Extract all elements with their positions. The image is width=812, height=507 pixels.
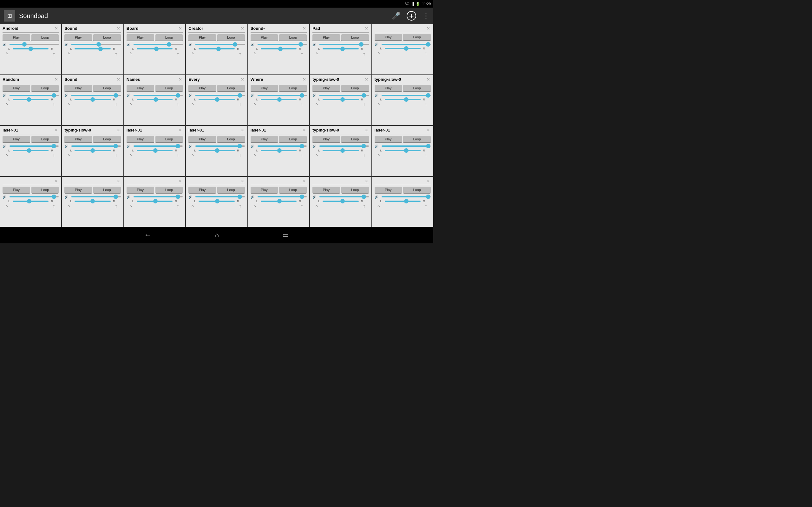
link-icon[interactable]: ↗ bbox=[423, 51, 429, 57]
link-icon[interactable]: ↗ bbox=[175, 204, 181, 209]
pan-thumb[interactable] bbox=[90, 199, 95, 204]
volume-thumb[interactable] bbox=[359, 42, 363, 47]
play-button[interactable]: Play bbox=[189, 34, 216, 41]
collapse-icon[interactable]: ^ bbox=[130, 204, 132, 209]
link-icon[interactable]: ↗ bbox=[113, 51, 119, 57]
volume-thumb[interactable] bbox=[426, 144, 430, 148]
play-button[interactable]: Play bbox=[189, 85, 216, 92]
volume-track[interactable] bbox=[71, 44, 120, 45]
pan-thumb[interactable] bbox=[27, 199, 32, 204]
loop-button[interactable]: Loop bbox=[217, 34, 245, 41]
pan-thumb[interactable] bbox=[404, 46, 409, 51]
pan-track[interactable] bbox=[322, 201, 358, 202]
volume-thumb[interactable] bbox=[362, 194, 366, 199]
close-button[interactable]: ✕ bbox=[426, 179, 431, 183]
pan-track[interactable] bbox=[385, 201, 420, 202]
play-button[interactable]: Play bbox=[312, 187, 340, 193]
close-button[interactable]: ✕ bbox=[426, 26, 431, 31]
link-icon[interactable]: ↗ bbox=[51, 153, 57, 158]
loop-button[interactable]: Loop bbox=[341, 136, 369, 143]
loop-button[interactable]: Loop bbox=[217, 136, 245, 143]
volume-thumb[interactable] bbox=[362, 144, 366, 148]
pan-thumb[interactable] bbox=[277, 148, 282, 153]
volume-track[interactable] bbox=[319, 95, 368, 96]
volume-thumb[interactable] bbox=[113, 144, 118, 148]
play-button[interactable]: Play bbox=[3, 85, 30, 92]
play-button[interactable]: Play bbox=[374, 187, 402, 193]
volume-track[interactable] bbox=[134, 146, 183, 147]
collapse-icon[interactable]: ^ bbox=[254, 102, 256, 107]
close-button[interactable]: ✕ bbox=[302, 179, 307, 183]
volume-track[interactable] bbox=[71, 146, 120, 147]
collapse-icon[interactable]: ^ bbox=[378, 102, 380, 107]
pan-thumb[interactable] bbox=[154, 97, 158, 102]
play-button[interactable]: Play bbox=[251, 187, 278, 193]
pan-track[interactable] bbox=[199, 150, 235, 151]
close-button[interactable]: ✕ bbox=[116, 128, 121, 132]
volume-thumb[interactable] bbox=[176, 194, 180, 199]
volume-thumb[interactable] bbox=[22, 42, 27, 47]
close-button[interactable]: ✕ bbox=[116, 26, 121, 31]
pan-track[interactable] bbox=[137, 48, 172, 49]
close-button[interactable]: ✕ bbox=[54, 26, 59, 31]
close-button[interactable]: ✕ bbox=[364, 26, 369, 31]
link-icon[interactable]: ↗ bbox=[237, 153, 243, 158]
pan-thumb[interactable] bbox=[277, 199, 282, 204]
loop-button[interactable]: Loop bbox=[279, 85, 307, 92]
play-button[interactable]: Play bbox=[251, 136, 278, 143]
volume-thumb[interactable] bbox=[52, 144, 56, 148]
play-button[interactable]: Play bbox=[374, 34, 402, 41]
play-button[interactable]: Play bbox=[251, 34, 278, 41]
pan-track[interactable] bbox=[137, 201, 172, 202]
volume-thumb[interactable] bbox=[52, 93, 56, 98]
loop-button[interactable]: Loop bbox=[32, 136, 59, 143]
add-button[interactable]: + bbox=[407, 11, 416, 20]
volume-track[interactable] bbox=[9, 95, 59, 96]
loop-button[interactable]: Loop bbox=[155, 85, 183, 92]
link-icon[interactable]: ↗ bbox=[237, 204, 243, 209]
link-icon[interactable]: ↗ bbox=[361, 51, 367, 57]
loop-button[interactable]: Loop bbox=[32, 85, 59, 92]
close-button[interactable]: ✕ bbox=[364, 128, 369, 132]
volume-track[interactable] bbox=[195, 146, 245, 147]
volume-track[interactable] bbox=[134, 196, 183, 198]
volume-track[interactable] bbox=[71, 95, 120, 96]
volume-track[interactable] bbox=[319, 44, 368, 45]
pan-track[interactable] bbox=[13, 150, 49, 151]
link-icon[interactable]: ↗ bbox=[423, 153, 429, 158]
volume-thumb[interactable] bbox=[167, 42, 171, 47]
link-icon[interactable]: ↗ bbox=[51, 102, 57, 108]
volume-track[interactable] bbox=[382, 95, 431, 96]
collapse-icon[interactable]: ^ bbox=[378, 51, 380, 56]
play-button[interactable]: Play bbox=[312, 85, 340, 92]
loop-button[interactable]: Loop bbox=[217, 85, 245, 92]
pan-track[interactable] bbox=[385, 150, 420, 151]
collapse-icon[interactable]: ^ bbox=[316, 102, 318, 107]
loop-button[interactable]: Loop bbox=[93, 136, 121, 143]
pan-track[interactable] bbox=[13, 201, 49, 202]
link-icon[interactable]: ↗ bbox=[299, 204, 305, 209]
close-button[interactable]: ✕ bbox=[240, 128, 245, 132]
play-button[interactable]: Play bbox=[64, 187, 92, 193]
loop-button[interactable]: Loop bbox=[93, 85, 121, 92]
link-icon[interactable]: ↗ bbox=[175, 102, 181, 108]
collapse-icon[interactable]: ^ bbox=[130, 153, 132, 158]
pan-thumb[interactable] bbox=[29, 47, 33, 51]
play-button[interactable]: Play bbox=[3, 187, 30, 193]
loop-button[interactable]: Loop bbox=[217, 187, 245, 193]
play-button[interactable]: Play bbox=[64, 34, 92, 41]
pan-thumb[interactable] bbox=[404, 199, 409, 204]
pan-thumb[interactable] bbox=[90, 148, 95, 153]
volume-track[interactable] bbox=[9, 196, 59, 198]
volume-track[interactable] bbox=[258, 95, 307, 96]
close-button[interactable]: ✕ bbox=[54, 179, 59, 183]
pan-thumb[interactable] bbox=[98, 47, 103, 51]
link-icon[interactable]: ↗ bbox=[175, 51, 181, 57]
play-button[interactable]: Play bbox=[251, 85, 278, 92]
volume-thumb[interactable] bbox=[299, 42, 303, 47]
pan-thumb[interactable] bbox=[404, 148, 409, 153]
close-button[interactable]: ✕ bbox=[54, 77, 59, 82]
volume-track[interactable] bbox=[195, 95, 245, 96]
link-icon[interactable]: ↗ bbox=[423, 204, 429, 209]
close-button[interactable]: ✕ bbox=[364, 179, 369, 183]
